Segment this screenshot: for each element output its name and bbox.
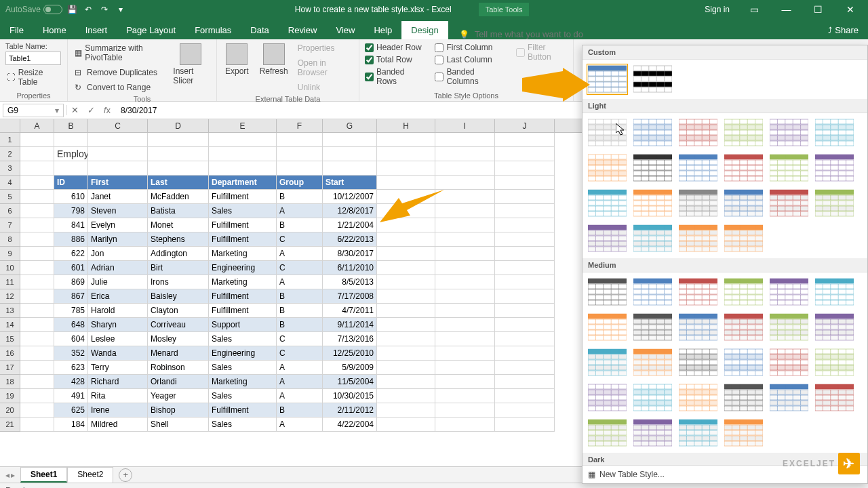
- qat-customize-icon[interactable]: ▾: [114, 3, 127, 16]
- cell[interactable]: [377, 389, 435, 403]
- cell[interactable]: [377, 318, 435, 332]
- row-header[interactable]: 12: [0, 289, 20, 304]
- cell[interactable]: [20, 161, 54, 176]
- banded-rows-checkbox[interactable]: Banded Rows: [365, 66, 422, 87]
- row-header[interactable]: 13: [0, 304, 20, 318]
- cell[interactable]: 601: [54, 261, 88, 275]
- style-swatch[interactable]: [814, 312, 855, 343]
- cell[interactable]: Leslee: [88, 332, 148, 346]
- cell[interactable]: C: [277, 232, 323, 247]
- cell[interactable]: 4/7/2011: [323, 304, 377, 318]
- cell[interactable]: Harold: [88, 304, 148, 318]
- cell[interactable]: Steven: [88, 204, 148, 218]
- cell[interactable]: Janet: [88, 190, 148, 204]
- cell[interactable]: [20, 133, 54, 147]
- cell[interactable]: Sharyn: [88, 318, 148, 332]
- close-icon[interactable]: ✕: [835, 0, 865, 19]
- column-header[interactable]: C: [88, 119, 148, 132]
- row-header[interactable]: 1: [0, 133, 20, 147]
- cell[interactable]: 491: [54, 389, 88, 403]
- cell[interactable]: Adrian: [88, 261, 148, 275]
- cell[interactable]: Wanda: [88, 346, 148, 361]
- style-swatch[interactable]: [723, 152, 764, 184]
- cell[interactable]: A: [277, 247, 323, 261]
- cell[interactable]: C: [277, 261, 323, 275]
- cell[interactable]: A: [277, 204, 323, 218]
- cell[interactable]: [435, 275, 495, 289]
- cell[interactable]: Erica: [88, 289, 148, 304]
- cell[interactable]: Birt: [148, 261, 209, 275]
- cell[interactable]: 604: [54, 332, 88, 346]
- enter-formula-icon[interactable]: ✓: [83, 105, 99, 115]
- cell[interactable]: [277, 161, 323, 176]
- cell[interactable]: 4/22/2004: [323, 418, 377, 432]
- cell[interactable]: Sales: [209, 204, 277, 218]
- tab-help[interactable]: Help: [364, 21, 401, 39]
- cell[interactable]: [377, 232, 435, 247]
- cell[interactable]: [20, 190, 54, 204]
- cell[interactable]: [495, 403, 555, 418]
- row-header[interactable]: 17: [0, 361, 20, 375]
- cell[interactable]: [54, 161, 88, 176]
- cell[interactable]: 184: [54, 418, 88, 432]
- cell[interactable]: [20, 289, 54, 304]
- tab-design[interactable]: Design: [401, 21, 448, 39]
- cancel-formula-icon[interactable]: ✕: [66, 105, 83, 115]
- cell[interactable]: [495, 289, 555, 304]
- cell[interactable]: Baisley: [148, 289, 209, 304]
- cell[interactable]: Shell: [148, 418, 209, 432]
- cell[interactable]: [377, 361, 435, 375]
- style-swatch[interactable]: [814, 152, 855, 184]
- cell[interactable]: [277, 133, 323, 147]
- remove-duplicates-button[interactable]: ⊟Remove Duplicates: [73, 66, 165, 79]
- cell[interactable]: [435, 375, 495, 389]
- cell[interactable]: Support: [209, 318, 277, 332]
- last-column-checkbox[interactable]: Last Column: [435, 54, 504, 65]
- cell[interactable]: Jon: [88, 247, 148, 261]
- cell[interactable]: [495, 176, 555, 190]
- cell[interactable]: [20, 346, 54, 361]
- export-button[interactable]: Export: [222, 42, 252, 94]
- cell[interactable]: Irons: [148, 275, 209, 289]
- style-swatch[interactable]: [632, 312, 673, 343]
- cell[interactable]: [377, 161, 435, 176]
- column-header[interactable]: F: [277, 119, 323, 132]
- style-swatch[interactable]: [677, 117, 719, 148]
- cell[interactable]: Sales: [209, 332, 277, 346]
- row-header[interactable]: 8: [0, 232, 20, 247]
- tab-insert[interactable]: Insert: [76, 21, 117, 39]
- cell[interactable]: A: [277, 418, 323, 432]
- style-swatch[interactable]: [632, 347, 673, 378]
- cell[interactable]: [495, 261, 555, 275]
- tab-page-layout[interactable]: Page Layout: [117, 21, 185, 39]
- cell[interactable]: [148, 133, 209, 147]
- style-swatch[interactable]: [587, 312, 628, 343]
- cell[interactable]: Start: [323, 176, 377, 190]
- add-sheet-button[interactable]: +: [119, 468, 132, 482]
- cell[interactable]: [20, 389, 54, 403]
- chevron-down-icon[interactable]: ▾: [55, 106, 59, 115]
- cell[interactable]: 610: [54, 190, 88, 204]
- cell[interactable]: [377, 176, 435, 190]
- prev-sheet-icon[interactable]: ◂: [5, 470, 9, 480]
- row-header[interactable]: 5: [0, 190, 20, 204]
- cell[interactable]: Fulfillment: [209, 304, 277, 318]
- cell[interactable]: [20, 375, 54, 389]
- cell[interactable]: A: [277, 275, 323, 289]
- cell[interactable]: Sales: [209, 389, 277, 403]
- cell[interactable]: [435, 247, 495, 261]
- cell[interactable]: [495, 418, 555, 432]
- cell[interactable]: [20, 247, 54, 261]
- column-header[interactable]: A: [20, 119, 54, 132]
- cell[interactable]: [88, 161, 148, 176]
- cell[interactable]: [323, 161, 377, 176]
- row-header[interactable]: 3: [0, 161, 20, 176]
- cell[interactable]: [377, 418, 435, 432]
- cell[interactable]: Richard: [88, 375, 148, 389]
- share-button[interactable]: ⤴Share: [818, 21, 868, 39]
- cell[interactable]: Mosley: [148, 332, 209, 346]
- style-swatch[interactable]: [814, 382, 855, 413]
- cell[interactable]: [435, 133, 495, 147]
- cell[interactable]: Bishop: [148, 403, 209, 418]
- cell[interactable]: [20, 418, 54, 432]
